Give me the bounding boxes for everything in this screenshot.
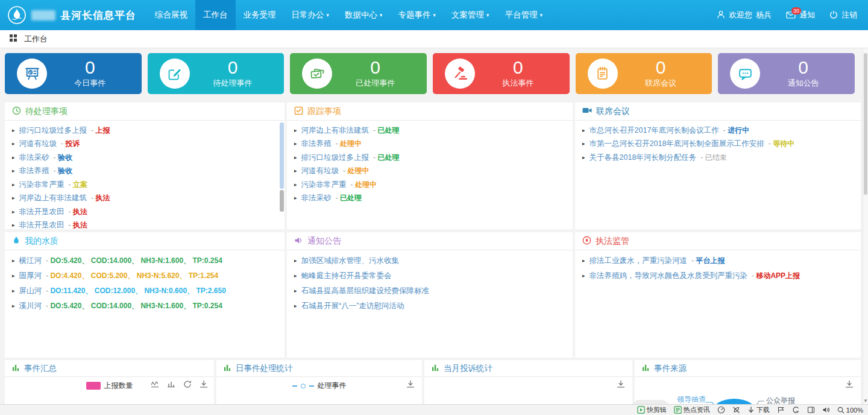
nav-item-document-mgmt[interactable]: 文案管理▾ — [444, 0, 497, 30]
chevron-down-icon: ▾ — [380, 13, 383, 18]
brand-title: 县河长信息平台 — [60, 8, 136, 22]
list-item[interactable]: ▸河岸边上有非法建筑已处理 — [294, 124, 565, 138]
list-item[interactable]: ▸排法工业废水，严重污染河道平台上报 — [582, 253, 854, 268]
legend-item[interactable]: 处理事件 — [216, 381, 422, 391]
page-scrollbar-thumb[interactable] — [864, 53, 867, 195]
status-badge: 投诉 — [61, 139, 80, 149]
caret-icon: ▸ — [582, 258, 585, 264]
chart-title: 当月投诉统计 — [444, 363, 492, 374]
list-item[interactable]: ▸非法开垦农田执法 — [12, 205, 277, 219]
caret-icon: ▸ — [294, 155, 297, 160]
nav-item-data-center[interactable]: 数据中心▾ — [337, 0, 391, 30]
logout-button[interactable]: 注销 — [829, 10, 857, 21]
stat-label: 联席会议 — [618, 78, 704, 89]
hot-news-label: 热点资讯 — [684, 405, 710, 414]
list-item[interactable]: ▸非法开垦农田执法 — [12, 219, 277, 230]
stat-card-today-events[interactable]: 0 今日事件 — [5, 53, 142, 94]
main-menu: 综合展视 工作台 业务受理 日常办公▾ 数据中心▾ 专题事件▾ 文案管理▾ 平台… — [147, 0, 550, 30]
notepad-icon — [588, 59, 618, 89]
list-item[interactable]: ▸鲍峰庭主持召开县委常委会 — [294, 268, 565, 284]
bar-chart-icon — [432, 364, 439, 373]
list-item[interactable]: ▸河道有垃圾投诉 — [12, 138, 277, 151]
stat-card-pending-events[interactable]: 0 待处理事件 — [148, 53, 285, 94]
download-manager-button[interactable]: 下载 — [747, 405, 770, 414]
status-badge: 已处理 — [373, 125, 399, 136]
list-item[interactable]: ▸固厚河DO:4.420、 COD:5.200、 NH3-N:5.620、 TP… — [12, 268, 277, 284]
download-icon[interactable] — [406, 380, 415, 391]
list-item[interactable]: ▸污染非常严重立案 — [12, 178, 277, 192]
stat-cards-row: 0 今日事件 0 待处理事件 — [5, 53, 855, 94]
list-item[interactable]: ▸溪川河DO:5.420、 COD:14.000、 NH3-N:1.600、 T… — [12, 299, 277, 314]
zoom-control[interactable]: 100% — [837, 407, 863, 414]
refresh-icon[interactable] — [183, 380, 192, 388]
list-item[interactable]: ▸河岸边上有非法建筑执法 — [12, 192, 277, 206]
welcome-label: 欢迎您 — [729, 10, 752, 21]
list-item[interactable]: ▸非法养殖验收 — [12, 165, 277, 179]
list-item[interactable]: ▸加强区域排水管理、污水收集 — [294, 253, 565, 268]
stat-card-processed-events[interactable]: 0 已处理事件 — [290, 53, 427, 94]
list-item[interactable]: ▸非法养殖鸡，导致河水颜色及水质受到严重污染移动APP上报 — [582, 268, 854, 284]
stat-card-notices[interactable]: 0 通知公告 — [718, 53, 855, 94]
notifications-button[interactable]: 30 通知 — [786, 10, 815, 21]
caret-icon: ▸ — [12, 195, 15, 201]
download-icon[interactable] — [617, 380, 625, 391]
flag-banner-icon[interactable] — [777, 406, 785, 414]
statusbar-handle[interactable] — [632, 400, 669, 404]
quick-clip-button[interactable]: 快剪辑 — [637, 405, 667, 414]
list-item[interactable]: ▸关于各县2018年河长制分配任务已结束 — [582, 151, 854, 165]
speed-gauge-icon[interactable] — [717, 406, 725, 414]
proxy-curve-icon[interactable] — [792, 406, 800, 414]
scroll-down-arrow-icon[interactable]: ▼ — [863, 398, 868, 404]
panel-tracking: 跟踪事项 ▸河岸边上有非法建筑已处理 ▸非法养殖处理中 ▸排污口垃圾过多上报已处… — [287, 103, 573, 229]
status-badge: 已结束 — [700, 153, 726, 163]
boost-disabled-icon[interactable] — [732, 406, 740, 414]
welcome-user[interactable]: 欢迎您 杨兵 — [717, 10, 772, 21]
list-item[interactable]: ▸排污口垃圾过多上报上报 — [12, 124, 277, 138]
list-item[interactable]: ▸非法养殖处理中 — [294, 138, 565, 151]
list-item[interactable]: ▸污染非常严重处理中 — [294, 178, 565, 192]
list-item[interactable]: ▸市第一总河长召开2018年底河长制全面展示工作安排等待中 — [582, 138, 854, 151]
list-item[interactable]: ▸非法采砂已处理 — [294, 192, 565, 206]
magnifier-icon — [837, 407, 844, 414]
list-item[interactable]: ▸屏山河DO:11.420、 COD:12.000、 NH3-N:0.600、 … — [12, 284, 277, 299]
stat-card-joint-meetings[interactable]: 0 联席会议 — [576, 53, 712, 94]
sidebar-panel-icon[interactable] — [807, 406, 815, 414]
list-item[interactable]: ▸石城县开展“八一”走访慰问活动 — [294, 299, 565, 314]
stat-card-enforcement-events[interactable]: 0 执法事件 — [433, 53, 570, 94]
line-chart-toggle-icon[interactable] — [151, 380, 159, 388]
list-item[interactable]: ▸河道有垃圾处理中 — [294, 165, 565, 179]
nav-item-platform-mgmt[interactable]: 平台管理▾ — [497, 0, 551, 30]
download-icon[interactable] — [200, 380, 208, 388]
bar-chart-toggle-icon[interactable] — [167, 380, 175, 388]
stat-label: 通知公告 — [760, 78, 846, 89]
nav-item-business[interactable]: 业务受理 — [236, 0, 284, 30]
caret-icon: ▸ — [294, 303, 297, 309]
notifications-label: 通知 — [799, 10, 815, 21]
status-badge: 处理中 — [343, 166, 369, 176]
nav-item-overview[interactable]: 综合展视 — [147, 0, 195, 30]
status-badge: 上报 — [91, 125, 110, 136]
caret-icon: ▸ — [12, 168, 15, 174]
volume-icon[interactable] — [822, 406, 830, 414]
download-icon[interactable] — [845, 380, 854, 391]
grid-menu-icon[interactable] — [10, 34, 17, 43]
status-badge: 立案 — [69, 180, 87, 190]
chart-header: 日事件处理统计 — [216, 360, 422, 377]
status-badge: 验收 — [54, 153, 72, 163]
status-badge: 执法 — [69, 220, 87, 229]
chevron-down-icon: ▾ — [327, 13, 330, 18]
panel-title: 通知公告 — [307, 236, 341, 247]
page-scrollbar[interactable]: ▼ — [863, 48, 868, 404]
list-item[interactable]: ▸横江河DO:5.420、 COD:14.000、 NH3-N:1.600、 T… — [12, 253, 277, 268]
list-item[interactable]: ▸排污口垃圾过多上报已处理 — [294, 151, 565, 165]
nav-item-workbench[interactable]: 工作台 — [195, 0, 236, 30]
water-logo-icon — [7, 5, 27, 25]
nav-item-daily-office[interactable]: 日常办公▾ — [284, 0, 338, 30]
hot-news-button[interactable]: 热点资讯 — [674, 405, 710, 414]
panel-scrollbar-track[interactable] — [280, 122, 284, 189]
panel-scrollbar-thumb[interactable] — [280, 190, 284, 212]
nav-item-special-events[interactable]: 专题事件▾ — [391, 0, 444, 30]
list-item[interactable]: ▸石城县提高基层组织建设经费保障标准 — [294, 284, 565, 299]
list-item[interactable]: ▸市总河长召开2017年底河长制会议工作进行中 — [582, 124, 854, 138]
list-item[interactable]: ▸非法采砂验收 — [12, 151, 277, 165]
